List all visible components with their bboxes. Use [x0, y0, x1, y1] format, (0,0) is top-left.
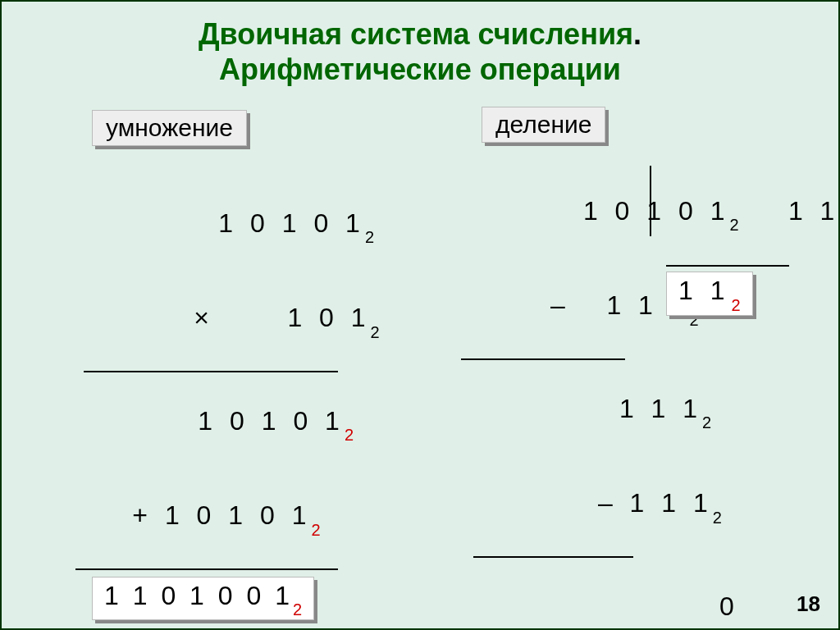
- multiplier-row: × 1 0 12: [59, 272, 371, 367]
- multiplication-block: 1 0 1 0 12 × 1 0 12 1 0 1 0 12 + 1 0 1 0…: [59, 178, 371, 620]
- division-bar: [666, 265, 789, 267]
- rule-line: [84, 371, 338, 372]
- label-multiplication: умножение: [92, 110, 247, 146]
- rule-line: [473, 556, 633, 558]
- divisor-quotient-box: 1 1 12 1 12: [650, 166, 840, 316]
- rule-line: [461, 358, 625, 360]
- slide-title: Двоичная система счисления. Арифметическ…: [26, 16, 814, 87]
- subtract-step-2: – 1 1 12: [428, 458, 650, 552]
- rule-line: [75, 568, 338, 570]
- label-division: деление: [482, 107, 605, 143]
- multiplicand: 1 0 1 0 12: [59, 178, 371, 272]
- partial-product-2: + 1 0 1 0 12: [59, 470, 371, 564]
- title-line-1: Двоичная система счисления: [199, 17, 633, 51]
- page-number: 18: [797, 591, 820, 617]
- division-block: 1 0 1 0 12 – 1 1 12 1 1 12 – 1 1 12 0: [428, 166, 806, 630]
- remainder-1: 1 1 12: [428, 363, 650, 458]
- partial-product-1: 1 0 1 0 12: [59, 376, 371, 470]
- title-line-2: Арифметические операции: [219, 52, 621, 86]
- subtract-step-1: – 1 1 12: [428, 260, 650, 354]
- dividend: 1 0 1 0 12: [428, 166, 650, 260]
- multiplication-result: 1 1 0 1 0 0 12: [92, 577, 314, 620]
- final-remainder: 0: [428, 561, 650, 630]
- divisor: 1 1 12: [666, 166, 840, 260]
- quotient-result: 1 12: [666, 272, 753, 315]
